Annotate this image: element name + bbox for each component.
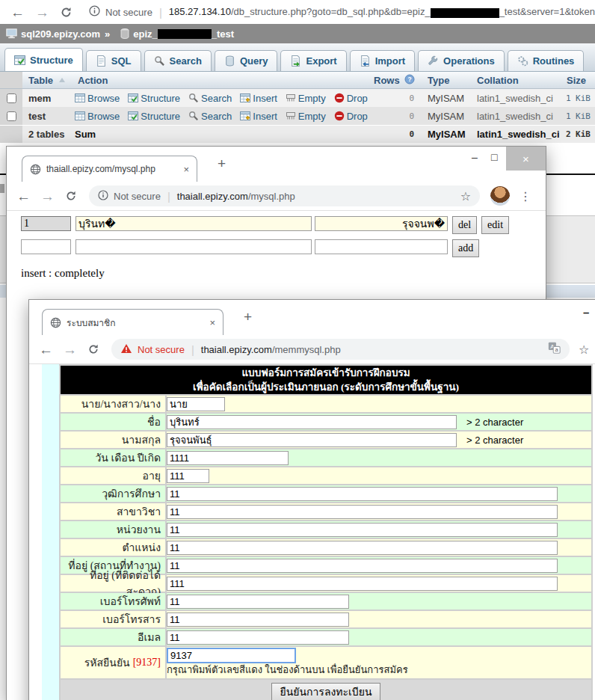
record-surname-field[interactable]	[315, 216, 448, 231]
add-button[interactable]: add	[452, 239, 479, 257]
forward-icon[interactable]: →	[40, 189, 55, 203]
confirm-code-field[interactable]	[167, 648, 296, 663]
warning-icon[interactable]	[120, 343, 132, 356]
sum-size: 2 KiB	[561, 129, 595, 139]
forward-icon[interactable]: →	[63, 343, 77, 357]
form-row-phone: เบอร์โทรศัพท์	[61, 593, 591, 610]
reload-icon[interactable]	[65, 190, 77, 202]
breadcrumb-database-suffix[interactable]: _test	[212, 28, 234, 40]
back-icon[interactable]: ←	[10, 5, 25, 19]
tab-search[interactable]: Search	[144, 50, 212, 71]
info-icon[interactable]	[89, 5, 100, 19]
tab-export[interactable]: Export	[280, 50, 346, 71]
email-field[interactable]	[167, 630, 349, 645]
action-browse[interactable]: Browse	[75, 111, 120, 122]
reload-icon[interactable]	[87, 343, 99, 355]
maximize-icon[interactable]: □	[491, 151, 497, 163]
tab-routines[interactable]: Routines	[508, 50, 585, 71]
phone-field[interactable]	[167, 595, 349, 609]
action-insert[interactable]: Insert	[240, 111, 277, 122]
action-empty[interactable]: Empty	[286, 93, 326, 104]
back-icon[interactable]: ←	[16, 189, 31, 203]
row-checkbox[interactable]	[7, 93, 16, 103]
edit-button[interactable]: edit	[481, 216, 509, 234]
breadcrumb-database[interactable]: epiz_	[133, 28, 158, 40]
education-field[interactable]	[167, 487, 558, 501]
age-field[interactable]	[167, 469, 209, 483]
breadcrumb-server[interactable]: sql209.epizy.com	[21, 28, 100, 40]
tab-mysql-page[interactable]: thaiall.epizy.com/mysql.php ×	[22, 156, 197, 182]
new-tab-button[interactable]: +	[218, 156, 226, 172]
bookmark-star-icon[interactable]: ☆	[579, 343, 589, 357]
form-row-organization: หน่วยงาน	[61, 521, 591, 538]
tab-operations[interactable]: Operations	[418, 50, 505, 71]
not-secure-label: Not secure	[138, 344, 185, 355]
collation-value: latin1_swedish_ci	[471, 111, 561, 122]
fax-field[interactable]	[167, 612, 349, 627]
action-empty[interactable]: Empty	[286, 111, 326, 122]
back-icon[interactable]: ←	[39, 343, 53, 357]
col-type: Type	[422, 75, 471, 86]
tab-structure[interactable]: Structure	[4, 48, 83, 71]
contact-address-field[interactable]	[167, 577, 558, 591]
captcha-code: [9137]	[133, 657, 161, 669]
browser-menu-icon[interactable]: ⋮	[520, 189, 531, 203]
action-insert[interactable]: Insert	[240, 93, 277, 104]
col-table[interactable]: Table	[22, 75, 72, 86]
submit-registration-button[interactable]: ยืนยันการลงทะเบียน	[271, 683, 380, 700]
action-drop[interactable]: Drop	[334, 111, 368, 122]
tab-member-system[interactable]: ระบบสมาชิก ×	[42, 309, 223, 335]
profile-avatar[interactable]	[490, 186, 510, 206]
work-address-field[interactable]	[167, 559, 558, 573]
action-browse[interactable]: Browse	[75, 93, 120, 104]
title-field[interactable]	[167, 397, 225, 411]
bookmark-star-icon[interactable]: ☆	[460, 189, 471, 203]
sort-asc-icon[interactable]	[59, 78, 65, 82]
reload-icon[interactable]	[60, 6, 73, 19]
table-name[interactable]: mem	[22, 93, 72, 104]
translate-icon[interactable]	[548, 342, 561, 357]
record-name-field[interactable]	[75, 216, 312, 231]
action-drop[interactable]: Drop	[334, 93, 368, 104]
table-name[interactable]: test	[22, 111, 72, 122]
new-tab-button[interactable]: +	[244, 309, 252, 325]
help-icon[interactable]	[404, 74, 415, 87]
confirm-instruction: กรุณาพิมพ์ตัวเลขสีแดง ในช่องด้านบน เพื่อ…	[167, 663, 591, 676]
action-structure[interactable]: Structure	[128, 93, 180, 104]
birthdate-field[interactable]	[167, 451, 289, 465]
url-separator: |	[159, 6, 162, 19]
new-id-field[interactable]	[21, 239, 71, 254]
action-structure[interactable]: Structure	[128, 111, 180, 122]
window2-address-bar: ← → Not secure | thaiall.epizy.com/memmy…	[29, 335, 595, 364]
minimize-icon[interactable]: –	[583, 306, 589, 319]
form-row-position: ตำแหน่ง	[61, 539, 591, 556]
new-surname-field[interactable]	[315, 239, 448, 254]
organization-field[interactable]	[167, 523, 558, 537]
tab-close-icon[interactable]: ×	[208, 317, 217, 328]
tab-query[interactable]: Query	[215, 50, 278, 71]
size-value: 1 KiB	[561, 93, 595, 103]
url-text[interactable]: thaiall.epizy.com/memmysql.php	[201, 344, 341, 355]
url-text[interactable]: thaiall.epizy.com/mysql.php	[177, 191, 295, 202]
firstname-field[interactable]	[167, 415, 457, 429]
breadcrumb-separator: »	[105, 28, 110, 40]
row-checkbox[interactable]	[7, 111, 16, 121]
tab-import[interactable]: Import	[350, 50, 415, 71]
new-name-field[interactable]	[75, 239, 312, 254]
redacted-db-name	[431, 8, 499, 18]
action-search[interactable]: Search	[188, 93, 232, 104]
tab-sql[interactable]: SQL	[86, 50, 141, 71]
page-background-strip	[42, 364, 59, 700]
info-icon[interactable]	[98, 190, 108, 203]
del-button[interactable]: del	[452, 216, 477, 234]
minimize-icon[interactable]: –	[472, 151, 478, 163]
action-search[interactable]: Search	[188, 111, 232, 122]
record-id-field[interactable]	[21, 216, 71, 231]
close-icon[interactable]: ×	[506, 147, 546, 171]
position-field[interactable]	[167, 541, 558, 555]
lastname-field[interactable]	[167, 433, 457, 447]
tab-close-icon[interactable]: ×	[182, 164, 191, 175]
forward-icon[interactable]: →	[35, 5, 49, 19]
major-field[interactable]	[167, 505, 558, 519]
url-text[interactable]: 185.27.134.10/db_structure.php?goto=db_s…	[169, 6, 595, 17]
